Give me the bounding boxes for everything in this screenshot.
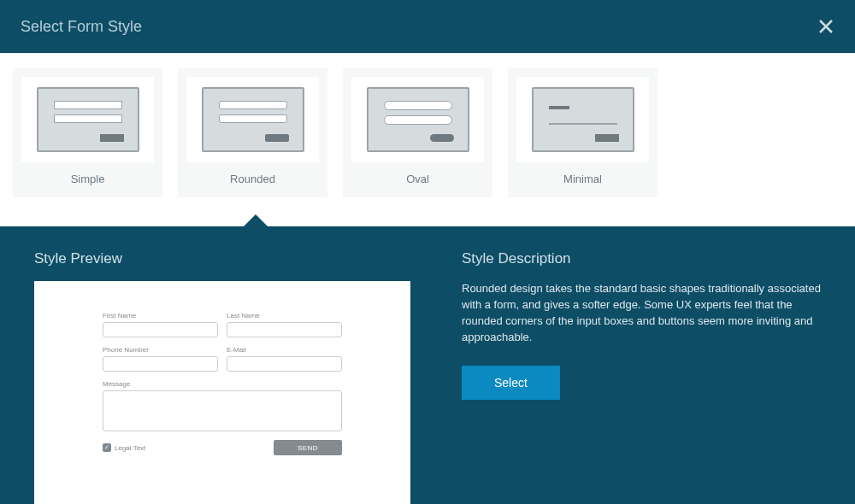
message-input — [103, 390, 342, 431]
last-name-input — [227, 322, 342, 337]
description-body: Rounded design takes the standard basic … — [462, 281, 821, 345]
phone-input — [103, 356, 218, 372]
style-thumb-oval — [351, 77, 484, 162]
message-label: Message — [103, 380, 342, 388]
style-card-minimal[interactable]: Minimal — [508, 68, 657, 197]
style-thumb-simple — [21, 77, 154, 162]
lower-panel: Style Preview First Name Last Name Phone… — [0, 226, 855, 504]
preview-title: Style Preview — [34, 250, 410, 267]
style-card-simple[interactable]: Simple — [13, 68, 162, 197]
checkbox-icon: ✓ — [103, 443, 111, 452]
last-name-label: Last Name — [227, 312, 342, 319]
preview-column: Style Preview First Name Last Name Phone… — [34, 250, 410, 504]
description-title: Style Description — [462, 250, 821, 267]
phone-label: Phone Number — [103, 346, 218, 354]
dialog-header: Select Form Style — [0, 0, 855, 53]
style-card-oval[interactable]: Oval — [343, 68, 492, 197]
first-name-label: First Name — [103, 312, 218, 319]
preview-box: First Name Last Name Phone Number E-Mail — [34, 281, 410, 504]
legal-label: Legal Text — [115, 444, 145, 452]
legal-checkbox-group: ✓ Legal Text — [103, 443, 145, 452]
select-button[interactable]: Select — [462, 366, 560, 400]
style-thumb-rounded — [186, 77, 319, 162]
style-label: Rounded — [186, 173, 319, 185]
selected-pointer-icon — [244, 214, 268, 226]
style-label: Simple — [21, 173, 154, 185]
first-name-input — [103, 322, 218, 337]
dialog-title: Select Form Style — [21, 18, 142, 36]
description-column: Style Description Rounded design takes t… — [462, 250, 821, 504]
email-input — [227, 356, 342, 372]
style-options-row: Simple Rounded Oval — [0, 53, 855, 197]
style-thumb-minimal — [516, 77, 649, 162]
style-card-rounded[interactable]: Rounded — [178, 68, 327, 197]
send-button-preview: SEND — [274, 440, 342, 455]
style-label: Oval — [351, 173, 484, 185]
close-icon[interactable] — [817, 18, 834, 35]
style-label: Minimal — [516, 173, 649, 185]
email-label: E-Mail — [227, 346, 342, 354]
